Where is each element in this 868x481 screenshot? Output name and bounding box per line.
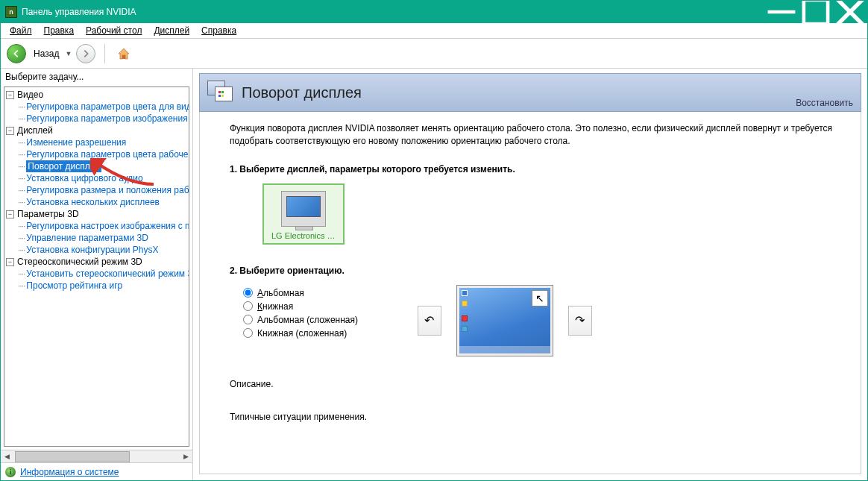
nav-toolbar: Назад ▼ bbox=[1, 39, 867, 69]
select-task-label: Выберите задачу... bbox=[1, 69, 192, 85]
step2-label: 2. Выберите ориентацию. bbox=[230, 265, 838, 276]
tree-item-3d-manage[interactable]: Управление параметрами 3D bbox=[26, 232, 148, 244]
tree-item-physx[interactable]: Установка конфигурации PhysX bbox=[26, 244, 158, 256]
scroll-left-icon[interactable]: ◀ bbox=[1, 451, 13, 462]
system-info-link[interactable]: Информация о системе bbox=[20, 467, 119, 477]
tree-item-video-color[interactable]: Регулировка параметров цвета для видео bbox=[26, 101, 189, 113]
tree-item-multi-display[interactable]: Установка нескольких дисплеев bbox=[26, 196, 160, 208]
menu-help[interactable]: Справка bbox=[195, 24, 242, 37]
desktop-preview: ↖ bbox=[456, 285, 553, 356]
close-button[interactable] bbox=[833, 1, 867, 23]
tree-item-stereo-setup[interactable]: Установить стереоскопический режим 3D bbox=[26, 268, 189, 280]
tree-cat-display[interactable]: Дисплей bbox=[17, 125, 53, 136]
tree-cat-video[interactable]: Видео bbox=[17, 89, 43, 101]
display-selector-item[interactable]: LG Electronics … bbox=[262, 183, 345, 245]
toolbar-separator bbox=[104, 44, 105, 63]
page-description: Функция поворота дисплея NVIDIA позволяе… bbox=[230, 122, 838, 148]
tree-item-video-image[interactable]: Регулировка параметров изображения для в… bbox=[26, 113, 189, 125]
page-title: Поворот дисплея bbox=[242, 84, 362, 101]
radio-landscape-flipped[interactable]: Альбомная (сложенная) bbox=[243, 315, 358, 325]
menu-display[interactable]: Дисплей bbox=[148, 24, 195, 37]
tree-item-resolution[interactable]: Изменение разрешения bbox=[26, 136, 126, 148]
rotate-display-icon bbox=[207, 81, 234, 104]
page-header: Поворот дисплея Восстановить bbox=[199, 73, 861, 112]
scroll-thumb[interactable] bbox=[15, 451, 130, 462]
home-button[interactable] bbox=[114, 44, 133, 63]
rotate-cw-button[interactable]: ↷ bbox=[568, 306, 592, 336]
tree-item-game-rating[interactable]: Просмотр рейтинга игр bbox=[26, 280, 122, 292]
menu-file[interactable]: Файл bbox=[4, 24, 38, 37]
tree-item-digital-audio[interactable]: Установка цифрового аудио bbox=[26, 172, 142, 184]
expand-icon[interactable]: − bbox=[6, 91, 14, 99]
rotate-indicator-icon: ↖ bbox=[532, 290, 548, 306]
page-body: Функция поворота дисплея NVIDIA позволяе… bbox=[199, 112, 861, 474]
back-label: Назад bbox=[34, 48, 59, 59]
rotate-ccw-button[interactable]: ↶ bbox=[418, 306, 441, 336]
forward-button[interactable] bbox=[76, 44, 95, 63]
info-icon: i bbox=[5, 467, 16, 477]
task-tree[interactable]: −Видео ····Регулировка параметров цвета … bbox=[4, 87, 189, 447]
tree-item-3d-image[interactable]: Регулировка настроек изображения с просм… bbox=[26, 220, 189, 232]
left-panel: Выберите задачу... −Видео ····Регулировк… bbox=[1, 69, 193, 480]
tree-item-rotate-display[interactable]: Поворот дисплея bbox=[26, 160, 101, 172]
step1-label: 1. Выберите дисплей, параметры которого … bbox=[230, 164, 838, 175]
expand-icon[interactable]: − bbox=[6, 258, 14, 266]
description-section-label: Описание. bbox=[230, 379, 838, 389]
system-info-bar: i Информация о системе bbox=[1, 462, 192, 480]
radio-portrait[interactable]: Книжная bbox=[243, 301, 358, 312]
menu-edit[interactable]: Правка bbox=[38, 24, 81, 37]
title-bar: n Панель управления NVIDIA bbox=[1, 1, 867, 23]
typical-use-section-label: Типичные ситуации применения. bbox=[230, 412, 838, 422]
menu-bar: Файл Правка Рабочий стол Дисплей Справка bbox=[1, 23, 867, 39]
tree-cat-3d[interactable]: Параметры 3D bbox=[17, 208, 79, 220]
maximize-button[interactable] bbox=[799, 1, 833, 23]
back-history-dropdown[interactable]: ▼ bbox=[65, 50, 72, 57]
back-button[interactable] bbox=[7, 44, 26, 63]
window-title: Панель управления NVIDIA bbox=[22, 7, 764, 17]
minimize-button[interactable] bbox=[764, 1, 799, 23]
scroll-right-icon[interactable]: ▶ bbox=[180, 451, 192, 462]
tree-cat-stereo[interactable]: Стереоскопический режим 3D bbox=[17, 256, 142, 268]
tree-horizontal-scrollbar[interactable]: ◀ ▶ bbox=[1, 450, 192, 462]
orientation-radio-group: Альбомная Книжная Альбомная (сложенная) … bbox=[243, 285, 358, 342]
content-panel: Поворот дисплея Восстановить Функция пов… bbox=[193, 69, 867, 480]
expand-icon[interactable]: − bbox=[6, 127, 14, 135]
svg-rect-1 bbox=[804, 0, 828, 24]
monitor-icon bbox=[281, 191, 326, 227]
monitor-name: LG Electronics … bbox=[271, 231, 336, 240]
svg-rect-4 bbox=[122, 55, 125, 59]
expand-icon[interactable]: − bbox=[6, 210, 14, 219]
menu-desktop[interactable]: Рабочий стол bbox=[80, 24, 148, 37]
radio-portrait-flipped[interactable]: Книжная (сложенная) bbox=[243, 328, 358, 339]
tree-item-desktop-size[interactable]: Регулировка размера и положения рабочего… bbox=[26, 184, 189, 196]
nvidia-app-icon: n bbox=[5, 6, 17, 18]
radio-landscape[interactable]: Альбомная bbox=[243, 288, 358, 298]
tree-item-desktop-color[interactable]: Регулировка параметров цвета рабочего ст… bbox=[26, 148, 189, 160]
restore-defaults-link[interactable]: Восстановить bbox=[796, 98, 853, 111]
